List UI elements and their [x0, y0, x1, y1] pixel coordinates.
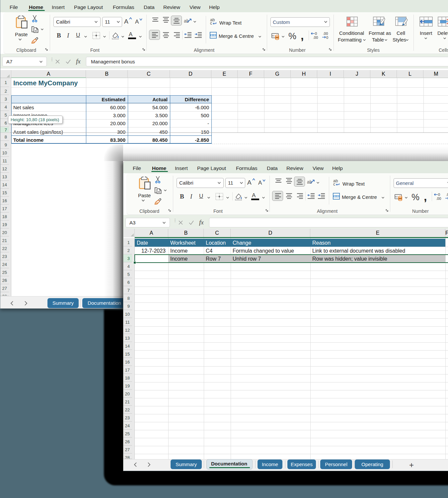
svg-text:0: 0	[315, 32, 317, 36]
svg-text:.00: .00	[446, 193, 448, 197]
svg-text:0: 0	[326, 36, 328, 39]
svg-text:.00: .00	[436, 197, 441, 200]
svg-text:.00: .00	[323, 32, 328, 36]
svg-text:0: 0	[438, 193, 440, 197]
svg-text:.00: .00	[313, 36, 318, 39]
